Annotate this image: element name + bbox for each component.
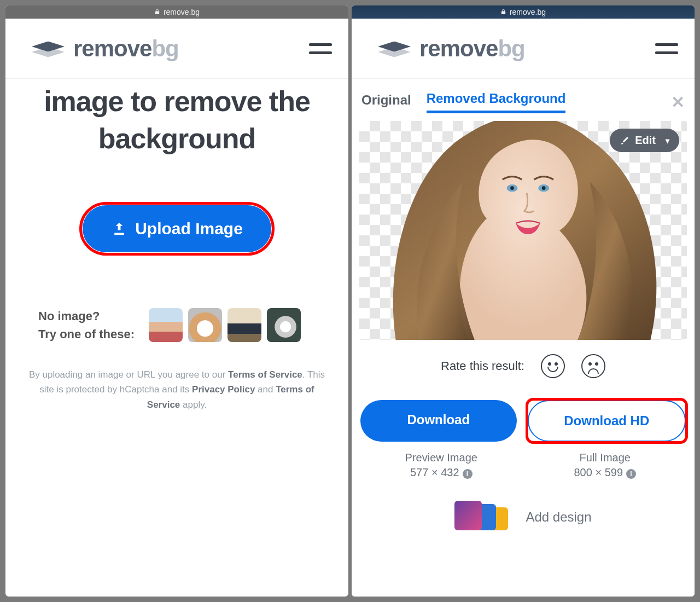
result-preview: Edit ▾ [359, 121, 687, 340]
design-templates-icon [454, 504, 515, 530]
sample-image-1[interactable] [149, 308, 183, 342]
brand-name: removebg [419, 36, 525, 62]
address-domain: remove.bg [164, 8, 200, 16]
menu-icon[interactable] [309, 43, 332, 54]
result-tabs: Original Removed Background ✕ [359, 91, 687, 113]
address-bar: remove.bg [352, 5, 695, 19]
brand-logo-icon [32, 36, 65, 62]
app-header: removebg [352, 19, 695, 79]
download-button[interactable]: Download [360, 400, 517, 442]
edit-button[interactable]: Edit ▾ [610, 129, 679, 152]
chevron-down-icon: ▾ [666, 136, 669, 145]
address-domain: remove.bg [510, 8, 546, 16]
lock-icon [154, 8, 160, 16]
app-header: removebg [5, 19, 348, 79]
menu-icon[interactable] [655, 43, 678, 54]
upload-icon [111, 221, 127, 237]
tos-link[interactable]: Terms of Service [228, 369, 302, 380]
lock-icon [500, 8, 506, 16]
sample-image-2[interactable] [188, 308, 222, 342]
no-image-prompt: No image? Try one of these: [38, 307, 135, 343]
rate-label: Rate this result: [441, 359, 524, 373]
brand-name: removebg [73, 36, 179, 62]
svg-point-2 [510, 186, 514, 190]
close-icon[interactable]: ✕ [671, 92, 685, 112]
left-screenshot: remove.bg removebg image to remove the b… [5, 5, 348, 597]
address-bar: remove.bg [5, 5, 348, 19]
info-icon[interactable]: i [626, 469, 636, 479]
brand[interactable]: removebg [378, 36, 525, 62]
privacy-link[interactable]: Privacy Policy [192, 384, 255, 395]
add-design-button[interactable]: Add design [359, 504, 687, 530]
download-hd-button[interactable]: Download HD [528, 400, 686, 442]
tab-removed-background[interactable]: Removed Background [427, 91, 566, 113]
brand[interactable]: removebg [32, 36, 179, 62]
tab-original[interactable]: Original [361, 92, 411, 112]
headline: image to remove the background [16, 83, 337, 157]
upload-image-button[interactable]: Upload Image [83, 205, 271, 252]
svg-point-3 [542, 186, 546, 190]
brush-icon [620, 136, 629, 146]
sample-image-3[interactable] [228, 308, 261, 342]
right-screenshot: remove.bg removebg Original Removed Back… [352, 5, 695, 597]
person-image [359, 121, 687, 340]
sample-image-4[interactable] [267, 308, 301, 342]
info-icon[interactable]: i [463, 469, 472, 479]
rate-happy-icon[interactable] [541, 354, 565, 378]
rate-sad-icon[interactable] [581, 354, 605, 378]
brand-logo-icon [378, 36, 411, 62]
full-size-info: Full Image 800 × 599i [523, 452, 687, 479]
preview-size-info: Preview Image 577 × 432i [359, 452, 523, 479]
legal-disclaimer: By uploading an image or URL you agree t… [16, 367, 337, 412]
